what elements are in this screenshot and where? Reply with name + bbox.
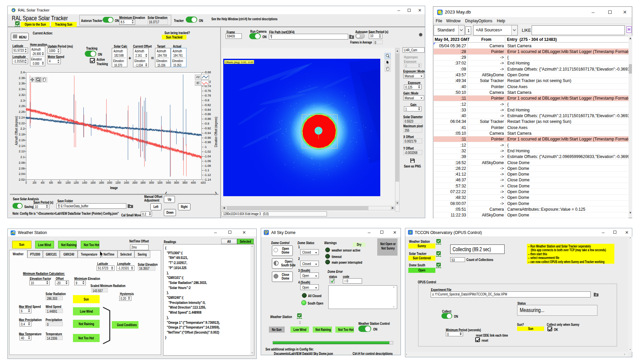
svg-text:Offsets (deg): 0.00, -0.00: Offsets (deg): 0.00, -0.00 [225, 61, 254, 64]
